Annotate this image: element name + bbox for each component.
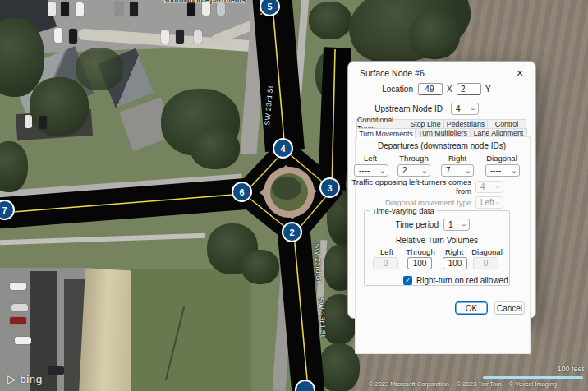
departure-diagonal-dropdown[interactable]: ----⌄ — [485, 164, 520, 177]
column-diagonal: Diagonal — [484, 154, 520, 163]
map-node-2[interactable]: 2 — [282, 222, 302, 242]
volume-right-input[interactable]: 100 — [443, 257, 467, 269]
chevron-down-icon: ⌄ — [494, 199, 501, 205]
dialog-title: Surface Node #6 — [360, 68, 425, 78]
volume-diagonal-field: 0 — [473, 257, 498, 269]
chevron-down-icon: ⌄ — [461, 221, 467, 228]
location-x-label: X — [447, 85, 452, 94]
map-copyright: © 2023 Microsoft Corporation © 2023 TomT… — [369, 380, 557, 388]
column-right: Right — [438, 247, 471, 256]
relative-turn-volumes-heading: Relative Turn Volumes — [364, 236, 510, 245]
surface-node-dialog: Surface Node #6 ✕ Location -49 X 2 Y Ups… — [347, 61, 536, 319]
column-through: Through — [397, 154, 431, 163]
chevron-down-icon: ⌄ — [511, 168, 517, 174]
map-node-4[interactable]: 4 — [273, 138, 293, 159]
location-label: Location — [373, 85, 413, 94]
opposing-dropdown: 4⌄ — [475, 181, 503, 193]
location-y-label: Y — [485, 85, 491, 94]
departures-heading: Departures (downstream node IDs) — [348, 141, 535, 150]
departure-right-dropdown[interactable]: 7⌄ — [441, 164, 474, 177]
bing-logo[interactable]: ▷ bing — [7, 372, 43, 385]
scale-label: 100 feet — [557, 365, 584, 373]
opposing-label: Traffic opposing left-turners comes from — [348, 177, 471, 196]
chevron-down-icon: ⌄ — [465, 168, 471, 174]
volume-left-field: 0 — [373, 257, 398, 269]
column-right: Right — [440, 154, 475, 163]
check-icon: ✓ — [405, 277, 411, 284]
rtor-label: Right-turn on red allowed — [416, 276, 508, 285]
location-x-input[interactable]: -49 — [418, 83, 443, 95]
upstream-node-dropdown[interactable]: 4⌄ — [451, 103, 479, 115]
column-left: Left — [370, 247, 403, 256]
chevron-down-icon: ⌄ — [470, 105, 476, 112]
chevron-down-icon: ⌄ — [494, 183, 501, 190]
map-node-3[interactable]: 3 — [319, 177, 340, 198]
time-period-dropdown[interactable]: 1⌄ — [443, 218, 470, 231]
cancel-button[interactable]: Cancel — [494, 301, 525, 315]
map-node-6[interactable]: 6 — [232, 182, 252, 202]
app-window: SW 23rd St SW 23rd St SW 23rd St SW 23rd… — [0, 0, 588, 391]
rtor-checkbox[interactable]: ✓ — [403, 276, 412, 285]
chevron-down-icon: ⌄ — [379, 168, 386, 174]
ok-button[interactable]: OK — [455, 301, 488, 315]
column-diagonal: Diagonal — [469, 247, 505, 256]
column-left: Left — [353, 154, 388, 163]
time-period-label: Time period — [381, 220, 439, 229]
location-y-input[interactable]: 2 — [457, 83, 481, 95]
diagonal-type-label: Diagonal movement type — [348, 198, 471, 207]
scale-bar — [483, 376, 583, 379]
departure-left-dropdown[interactable]: ----⌄ — [354, 164, 388, 177]
column-through: Through — [404, 247, 437, 256]
close-icon[interactable]: ✕ — [513, 67, 526, 80]
place-label: Southwood Apartments — [163, 0, 246, 4]
tab-turn-movements[interactable]: Turn Movements — [356, 128, 416, 139]
bing-logo-icon: ▷ — [7, 373, 16, 385]
diagonal-type-dropdown: Left⌄ — [475, 196, 503, 209]
upstream-node-label: Upstream Node ID — [365, 104, 443, 113]
departure-through-dropdown[interactable]: 2⌄ — [397, 164, 430, 177]
time-varying-group-label: Time-varying data — [370, 206, 437, 215]
volume-through-input[interactable]: 100 — [407, 257, 432, 269]
chevron-down-icon: ⌄ — [421, 168, 428, 174]
